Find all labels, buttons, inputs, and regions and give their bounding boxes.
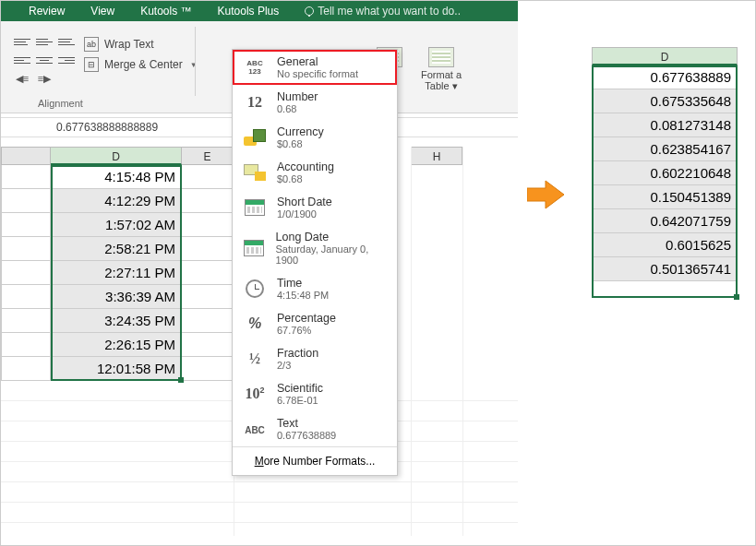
cell-d[interactable]: 0.081273148 bbox=[592, 113, 738, 137]
fill-handle[interactable] bbox=[734, 294, 739, 300]
cell-c[interactable] bbox=[1, 189, 51, 213]
format-as-table-button[interactable]: Format aTable ▾ bbox=[418, 47, 464, 92]
col-header-h[interactable]: H bbox=[411, 147, 462, 165]
cell-d[interactable]: 0.623854167 bbox=[592, 137, 738, 161]
more-number-formats[interactable]: More Number Formats... bbox=[233, 446, 397, 475]
cell-c[interactable] bbox=[1, 333, 51, 357]
cell-d[interactable]: 0.675335648 bbox=[592, 89, 738, 113]
arrow-icon bbox=[518, 176, 573, 213]
cell-d[interactable]: 3:36:39 AM bbox=[51, 285, 182, 309]
col-header-c[interactable] bbox=[1, 147, 51, 165]
cell-d[interactable]: 2:27:11 PM bbox=[51, 261, 182, 285]
col-header-d[interactable]: D bbox=[51, 147, 182, 165]
cell-d[interactable]: 4:15:48 PM bbox=[51, 165, 182, 189]
align-top-icon[interactable] bbox=[14, 34, 30, 49]
cell-d[interactable]: 0.677638889 bbox=[592, 65, 738, 89]
number-format-number[interactable]: 12Number0.68 bbox=[233, 85, 397, 120]
clock-icon bbox=[242, 279, 268, 298]
pct-icon: % bbox=[242, 315, 268, 332]
number-format-general[interactable]: ABC123GeneralNo specific format bbox=[233, 50, 397, 85]
cell-c[interactable] bbox=[1, 309, 51, 333]
chevron-down-icon: ▼ bbox=[190, 61, 198, 69]
align-middle-icon[interactable] bbox=[36, 34, 53, 49]
cell-e[interactable] bbox=[182, 333, 234, 357]
number-format-fraction[interactable]: ½Fraction2/3 bbox=[233, 341, 397, 376]
cell-d[interactable]: 1:57:02 AM bbox=[51, 213, 182, 237]
align-right-icon[interactable] bbox=[58, 53, 75, 67]
12-icon: 12 bbox=[242, 94, 268, 111]
number-format-accounting[interactable]: Accounting$0.68 bbox=[233, 155, 397, 190]
number-format-dropdown: ABC123GeneralNo specific format12Number0… bbox=[232, 49, 398, 476]
number-format-scientific[interactable]: 102Scientific6.78E-01 bbox=[233, 376, 397, 411]
tab-kutools-plus[interactable]: Kutools Plus bbox=[218, 5, 280, 18]
cell-d[interactable]: 12:01:58 PM bbox=[51, 357, 182, 381]
merge-center-button[interactable]: ⊟Merge & Center▼ bbox=[84, 54, 198, 75]
cell-d[interactable]: 2:58:21 PM bbox=[51, 237, 182, 261]
table-icon bbox=[428, 47, 454, 67]
worksheet-right: D 0.6776388890.6753356480.0812731480.623… bbox=[592, 47, 738, 281]
cal-icon bbox=[242, 199, 268, 216]
col-header-d-right[interactable]: D bbox=[592, 47, 738, 65]
number-format-percentage[interactable]: %Percentage67.76% bbox=[233, 306, 397, 341]
sci-icon: 102 bbox=[242, 386, 268, 402]
cell-e[interactable] bbox=[182, 165, 234, 189]
cell-d[interactable]: 0.150451389 bbox=[592, 185, 738, 209]
col-header-e[interactable]: E bbox=[182, 147, 234, 165]
cell-d[interactable]: 0.602210648 bbox=[592, 161, 738, 185]
decrease-indent-icon[interactable]: ◀≡ bbox=[14, 71, 30, 86]
cell-c[interactable] bbox=[1, 165, 51, 189]
cell-d[interactable]: 2:26:15 PM bbox=[51, 333, 182, 357]
increase-indent-icon[interactable]: ≡▶ bbox=[36, 71, 53, 86]
cell-c[interactable] bbox=[1, 285, 51, 309]
group-label-alignment: Alignment bbox=[38, 98, 83, 109]
cell-e[interactable] bbox=[182, 213, 234, 237]
abc123-icon: ABC123 bbox=[242, 59, 268, 76]
cell-e[interactable] bbox=[182, 237, 234, 261]
frac-icon: ½ bbox=[242, 350, 268, 367]
number-format-time[interactable]: Time4:15:48 PM bbox=[233, 271, 397, 306]
cell-e[interactable] bbox=[182, 357, 234, 381]
number-format-text[interactable]: ABCText0.677638889 bbox=[233, 411, 397, 446]
acct-icon bbox=[242, 164, 268, 181]
merge-icon: ⊟ bbox=[84, 57, 99, 72]
align-bottom-icon[interactable] bbox=[58, 34, 75, 49]
cell-d[interactable]: 3:24:35 PM bbox=[51, 309, 182, 333]
cell-d[interactable]: 0.642071759 bbox=[592, 209, 738, 233]
cell-c[interactable] bbox=[1, 357, 51, 381]
cell-d[interactable]: 4:12:29 PM bbox=[51, 189, 182, 213]
cal-icon bbox=[242, 240, 267, 256]
alignment-buttons bbox=[14, 34, 75, 71]
cell-e[interactable] bbox=[182, 285, 234, 309]
tab-view[interactable]: View bbox=[90, 5, 114, 18]
cell-c[interactable] bbox=[1, 213, 51, 237]
worksheet-left: D E 4:15:48 PM4:12:29 PM1:57:02 AM2:58:2… bbox=[1, 147, 234, 381]
menu-strip: Review View Kutools ™ Kutools Plus Tell … bbox=[1, 1, 518, 21]
bulb-icon bbox=[305, 6, 314, 16]
abc-icon: ABC bbox=[242, 421, 268, 437]
tab-review[interactable]: Review bbox=[29, 5, 65, 18]
wrap-text-button[interactable]: abWrap Text bbox=[84, 34, 198, 54]
cell-c[interactable] bbox=[1, 261, 51, 285]
cell-d[interactable]: 0.6015625 bbox=[592, 233, 738, 257]
number-format-currency[interactable]: Currency$0.68 bbox=[233, 120, 397, 155]
number-format-long-date[interactable]: Long DateSaturday, January 0, 1900 bbox=[233, 225, 397, 271]
align-center-icon[interactable] bbox=[36, 53, 53, 67]
tab-kutools[interactable]: Kutools ™ bbox=[140, 5, 191, 18]
svg-marker-0 bbox=[527, 181, 564, 208]
wrap-icon: ab bbox=[84, 37, 99, 52]
cell-d[interactable]: 0.501365741 bbox=[592, 257, 738, 281]
number-format-short-date[interactable]: Short Date1/0/1900 bbox=[233, 190, 397, 225]
cell-e[interactable] bbox=[182, 309, 234, 333]
cell-e[interactable] bbox=[182, 189, 234, 213]
cell-c[interactable] bbox=[1, 237, 51, 261]
coins-icon bbox=[242, 129, 268, 146]
align-left-icon[interactable] bbox=[14, 53, 30, 67]
cell-e[interactable] bbox=[182, 261, 234, 285]
tell-me[interactable]: Tell me what you want to do.. bbox=[305, 5, 461, 18]
